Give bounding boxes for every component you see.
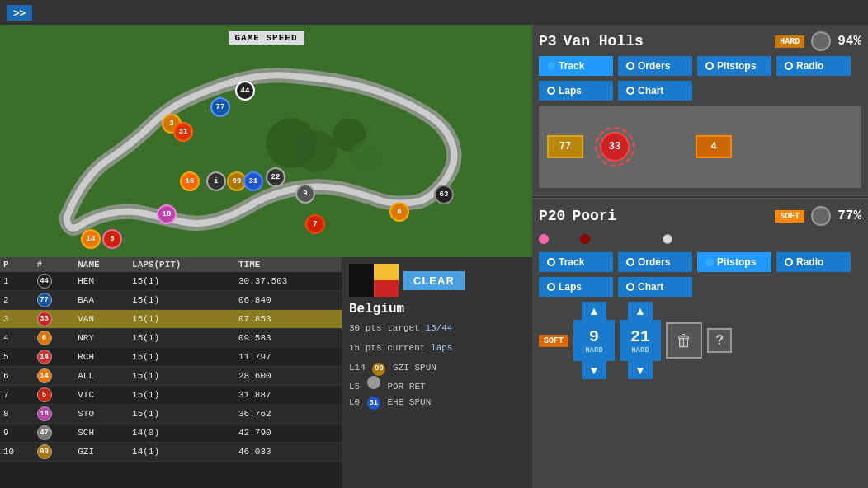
svg-point-2 — [295, 130, 337, 171]
cell-num: 99 — [34, 443, 75, 462]
cell-laps: 15(1) — [129, 367, 235, 386]
cell-time: 28.600 — [235, 367, 342, 386]
col-laps: LAPS(PIT) — [129, 257, 235, 272]
pit2-down[interactable]: ▼ — [628, 361, 653, 379]
event-team: EHE — [387, 397, 403, 407]
cell-laps: 15(1) — [129, 272, 235, 291]
cell-laps: 14(1) — [129, 443, 235, 462]
pts-row-15: 15 pts current laps — [349, 341, 526, 356]
radio-dot — [626, 62, 634, 70]
belgium-flag — [349, 264, 399, 297]
col-pos: P — [0, 257, 34, 272]
cell-laps: 15(1) — [129, 329, 235, 348]
cell-name: NRY — [74, 329, 129, 348]
cell-time: 30:37.503 — [235, 272, 342, 291]
p3-btn-chart[interactable]: Chart — [618, 81, 692, 101]
p3-btn-laps[interactable]: Laps — [539, 81, 613, 101]
car-4-mini: 4 — [696, 135, 732, 158]
svg-point-4 — [351, 140, 380, 170]
pit2-up[interactable]: ▲ — [628, 302, 653, 320]
p20-btn-pitstops2[interactable]: Pitstops — [697, 252, 771, 272]
radio-dot — [547, 87, 555, 95]
tyre-dots-row — [539, 231, 861, 247]
cell-name: VIC — [74, 386, 129, 405]
event-type: SPUN — [409, 397, 431, 407]
main-content: GAME SPEED 447733116i9931229187663145 — [0, 25, 868, 488]
table-row: 2 77 BAA 15(1) 06.840 — [0, 291, 342, 310]
pts-30-val: 15/44 — [425, 323, 452, 333]
p20-btn-radio2[interactable]: Radio — [776, 252, 851, 272]
right-panel: P3 Van Holls HARD 94% TrackOrdersPitstop… — [532, 25, 868, 488]
cell-num: 18 — [34, 405, 75, 424]
nav-button[interactable]: >> — [7, 5, 32, 21]
p20-position: P20 — [539, 208, 565, 224]
flag-container: CLEAR — [349, 264, 526, 297]
radio-dot — [785, 62, 793, 70]
delete-pitstop-button[interactable]: 🗑 — [666, 322, 702, 359]
cell-laps: 14(0) — [129, 424, 235, 443]
cell-laps: 15(1) — [129, 310, 235, 329]
cell-pos: 7 — [0, 386, 34, 405]
event-lap: L5 — [349, 382, 360, 392]
table-row: 10 99 GZI 14(1) 46.033 — [0, 443, 342, 462]
table-row: 6 14 ALL 15(1) 28.600 — [0, 367, 342, 386]
event-item: L0 31 EHE SPUN — [349, 395, 526, 411]
radio-dot — [547, 62, 555, 70]
pit1-down[interactable]: ▼ — [582, 361, 606, 379]
pit2-label: HARD — [631, 346, 649, 354]
pit1-up[interactable]: ▲ — [582, 302, 606, 320]
p20-pct: 77% — [837, 209, 861, 223]
radio-dot — [705, 62, 714, 70]
cell-time: 46.033 — [235, 443, 342, 462]
pts-30-label: 30 pts — [349, 323, 382, 333]
soft-badge: SOFT — [539, 335, 568, 347]
cell-time: 42.790 — [235, 424, 342, 443]
cell-name: STO — [74, 405, 129, 424]
cell-name: GZI — [74, 443, 129, 462]
p20-btn-orders2[interactable]: Orders — [618, 252, 692, 272]
event-team: GZI — [393, 363, 409, 373]
pts-15-label: 15 pts — [349, 343, 382, 353]
cell-pos: 1 — [0, 272, 34, 291]
event-type: SPUN — [414, 363, 436, 373]
cell-num: 14 — [34, 348, 75, 367]
radio-dot — [626, 258, 634, 266]
p3-tyre-badge: HARD — [775, 35, 804, 48]
col-name: NAME — [74, 257, 129, 272]
col-num: # — [34, 257, 75, 272]
table-row: 4 6 NRY 15(1) 09.583 — [0, 329, 342, 348]
flag-red — [374, 280, 399, 297]
p3-btn-pitstops[interactable]: Pitstops — [697, 56, 771, 76]
p3-header: P3 Van Holls HARD 94% — [539, 31, 861, 51]
clear-button[interactable]: CLEAR — [403, 271, 465, 290]
cell-time: 31.887 — [235, 386, 342, 405]
divider — [532, 196, 868, 198]
p3-pct: 94% — [837, 34, 861, 49]
radio-dot — [626, 87, 634, 95]
radio-dot — [626, 283, 634, 291]
p3-compound-circle — [811, 31, 831, 51]
cell-name: RCH — [74, 348, 129, 367]
p20-btn-chart2[interactable]: Chart — [618, 277, 692, 297]
cell-pos: 10 — [0, 443, 34, 462]
standings-body: 1 44 HEM 15(1) 30:37.503 2 77 BAA 15(1) … — [0, 272, 342, 462]
p3-btn-radio[interactable]: Radio — [776, 56, 851, 76]
table-row: 9 47 SCH 14(0) 42.790 — [0, 424, 342, 443]
table-header: P # NAME LAPS(PIT) TIME — [0, 257, 342, 272]
help-button[interactable]: ? — [707, 328, 732, 353]
radio-dot — [547, 258, 555, 266]
p20-btn-track2[interactable]: Track — [539, 252, 613, 272]
p3-btn-orders[interactable]: Orders — [618, 56, 692, 76]
table-row: 8 18 STO 15(1) 36.762 — [0, 405, 342, 424]
track-svg — [0, 25, 532, 257]
pit2-box: 21 HARD — [620, 320, 661, 361]
table-row: 3 33 VAN 15(1) 07.853 — [0, 310, 342, 329]
pit2-number: 21 — [630, 327, 650, 346]
pitstop-controls: SOFT ▲ 9 HARD ▼ ▲ 21 HARD ▼ — [539, 302, 861, 379]
p20-tyre-badge: SOFT — [775, 210, 804, 223]
left-panel: GAME SPEED 447733116i9931229187663145 — [0, 25, 532, 488]
event-log: L14 99 GZI SPUNL5 POR RETL0 31 EHE SPUN — [349, 360, 526, 410]
p3-btn-track[interactable]: Track — [539, 56, 613, 76]
tyre-dot-2 — [580, 234, 590, 244]
p20-btn-laps2[interactable]: Laps — [539, 277, 613, 297]
